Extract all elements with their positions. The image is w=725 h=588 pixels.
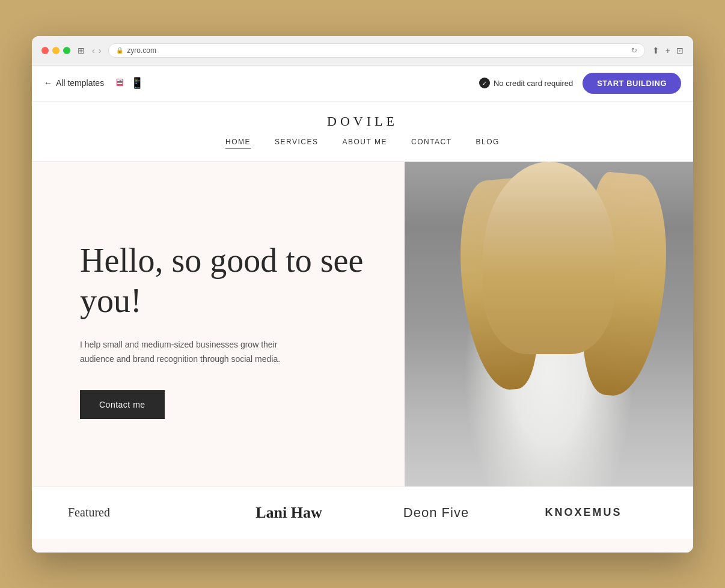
site-header: DOVILE HOME SERVICES ABOUT ME CONTACT BL…: [32, 102, 693, 162]
brand-lani-haw: Lani Haw: [215, 504, 362, 522]
browser-window: ⊞ ‹ › 🔒 zyro.com ↻ ⬆ + ⊡ ← All templates…: [32, 36, 693, 553]
back-arrow-icon: ←: [44, 78, 52, 88]
nav-blog[interactable]: BLOG: [476, 138, 500, 149]
url-text: zyro.com: [127, 46, 156, 55]
back-icon[interactable]: ‹: [92, 46, 95, 55]
brand-deon-five: Deon Five: [362, 505, 510, 521]
minimize-button[interactable]: [52, 47, 60, 54]
new-tab-icon[interactable]: +: [665, 46, 670, 55]
traffic-lights: [41, 47, 70, 54]
nav-home[interactable]: HOME: [225, 138, 251, 149]
browser-nav: ‹ ›: [92, 46, 101, 55]
check-icon: ✓: [479, 78, 490, 88]
tab-overview-icon[interactable]: ⊡: [676, 46, 684, 55]
brand-knoxemus: KNOXEMUS: [510, 506, 657, 519]
share-icon[interactable]: ⬆: [652, 46, 659, 55]
device-icons: 🖥 📱: [114, 76, 144, 90]
featured-label: Featured: [68, 506, 215, 519]
nav-about[interactable]: ABOUT ME: [343, 138, 387, 149]
lock-icon: 🔒: [116, 47, 123, 54]
site-nav: HOME SERVICES ABOUT ME CONTACT BLOG: [56, 138, 669, 149]
sidebar-toggle-icon[interactable]: ⊞: [78, 46, 85, 55]
reload-icon[interactable]: ↻: [631, 46, 637, 55]
no-cc-label: No credit card required: [494, 79, 573, 88]
portrait-background: [405, 162, 693, 486]
toolbar-right: ✓ No credit card required START BUILDING: [479, 73, 681, 94]
fullscreen-button[interactable]: [63, 47, 70, 54]
contact-me-button[interactable]: Contact me: [80, 390, 165, 419]
browser-chrome: ⊞ ‹ › 🔒 zyro.com ↻ ⬆ + ⊡: [32, 36, 693, 66]
website-preview: DOVILE HOME SERVICES ABOUT ME CONTACT BL…: [32, 102, 693, 553]
all-templates-label: All templates: [56, 78, 104, 88]
site-logo: DOVILE: [56, 114, 669, 129]
hero-headline: Hello, so good to see you!: [80, 240, 369, 321]
hero-subtext: I help small and medium-sized businesses…: [80, 338, 296, 367]
no-credit-card-badge: ✓ No credit card required: [479, 78, 573, 88]
hero-section: Hello, so good to see you! I help small …: [32, 162, 693, 486]
featured-bar: Featured Lani Haw Deon Five KNOXEMUS: [32, 486, 693, 539]
nav-contact[interactable]: CONTACT: [411, 138, 452, 149]
forward-icon[interactable]: ›: [99, 46, 102, 55]
hero-content: Hello, so good to see you! I help small …: [32, 162, 405, 486]
start-building-button[interactable]: START BUILDING: [583, 73, 681, 94]
all-templates-link[interactable]: ← All templates: [44, 78, 104, 88]
toolbar-left: ← All templates 🖥 📱: [44, 76, 144, 90]
close-button[interactable]: [41, 47, 49, 54]
hair-main: [483, 162, 615, 354]
address-bar[interactable]: 🔒 zyro.com ↻: [108, 43, 644, 58]
desktop-icon[interactable]: 🖥: [114, 76, 124, 90]
nav-services[interactable]: SERVICES: [275, 138, 318, 149]
hero-image: [405, 162, 693, 486]
mobile-icon[interactable]: 📱: [130, 76, 144, 90]
chrome-actions: ⬆ + ⊡: [652, 46, 684, 55]
app-toolbar: ← All templates 🖥 📱 ✓ No credit card req…: [32, 66, 693, 102]
